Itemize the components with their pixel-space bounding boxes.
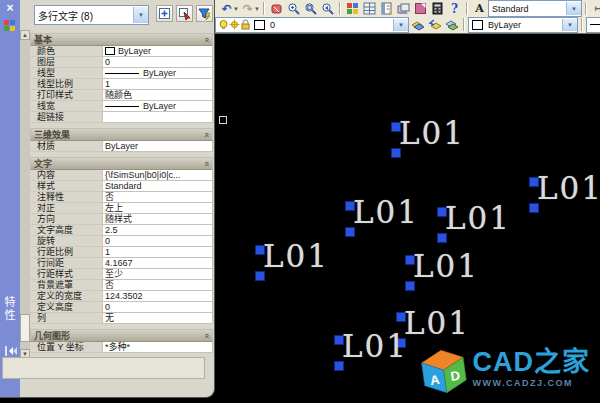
property-label: 行间距 bbox=[30, 258, 102, 269]
property-value[interactable]: 124.3502 bbox=[102, 291, 213, 302]
collapse-chevron-icon[interactable]: « bbox=[202, 161, 210, 166]
property-label: 定义的宽度 bbox=[30, 291, 102, 302]
property-value[interactable]: *多种* bbox=[102, 342, 213, 353]
property-label: 注释性 bbox=[30, 192, 102, 203]
property-value[interactable]: 0 bbox=[102, 236, 213, 247]
selection-type-combo[interactable]: 多行文字 (8) ▼ bbox=[34, 5, 149, 25]
property-value[interactable]: 0 bbox=[102, 57, 213, 68]
layer-freeze-icon[interactable] bbox=[229, 19, 240, 30]
property-value-text: 1 bbox=[105, 79, 110, 89]
close-icon[interactable]: × bbox=[2, 1, 18, 16]
designcenter-icon[interactable] bbox=[361, 1, 378, 16]
property-value[interactable]: 1 bbox=[102, 247, 213, 258]
property-value[interactable]: 否 bbox=[102, 280, 213, 291]
property-value[interactable]: ByLayer bbox=[102, 46, 213, 57]
description-box bbox=[2, 357, 205, 379]
properties-palette-icon[interactable] bbox=[344, 1, 361, 16]
property-row: 颜色ByLayer bbox=[30, 46, 213, 57]
color-swatch bbox=[472, 20, 483, 30]
select-objects-button[interactable] bbox=[176, 5, 193, 22]
property-label: 方向 bbox=[30, 214, 102, 225]
quickcalc-icon[interactable] bbox=[429, 1, 446, 16]
help-icon[interactable]: ? bbox=[446, 1, 463, 16]
property-value[interactable]: 否 bbox=[102, 192, 213, 203]
property-row: 背景遮罩否 bbox=[30, 280, 213, 291]
watermark-logo: A D CAD之家 WWW.CADZJ.COM bbox=[421, 349, 591, 395]
collapse-chevron-icon[interactable]: « bbox=[202, 333, 210, 338]
property-value[interactable]: 4.1667 bbox=[102, 258, 213, 269]
chevron-down-icon[interactable]: ▼ bbox=[393, 19, 408, 31]
property-value[interactable]: 随样式 bbox=[102, 214, 213, 225]
scroll-up-icon[interactable]: ▲ bbox=[20, 30, 30, 40]
toolbar-separator bbox=[463, 18, 465, 31]
property-value[interactable]: ByLayer bbox=[102, 68, 213, 79]
property-value-text: 否 bbox=[105, 280, 114, 290]
toggle-pickadd-button[interactable] bbox=[156, 5, 173, 22]
zoom-realtime-icon[interactable] bbox=[285, 1, 302, 16]
section-header[interactable]: 几何图形« bbox=[30, 329, 213, 342]
palette-properties-icon bbox=[3, 19, 17, 33]
collapse-chevron-icon[interactable]: « bbox=[202, 132, 210, 137]
zoom-window-icon[interactable] bbox=[302, 1, 319, 16]
property-label: 打印样式 bbox=[30, 90, 102, 101]
layer-lock-icon[interactable] bbox=[240, 19, 251, 30]
property-value-text: *多种* bbox=[105, 342, 130, 352]
color-combo[interactable]: ByLayer ▼ bbox=[468, 17, 578, 33]
section-header[interactable]: 文字« bbox=[30, 157, 213, 170]
property-row: 行距样式至少 bbox=[30, 269, 213, 280]
property-value[interactable]: 无 bbox=[102, 313, 213, 324]
property-section: 几何图形«位置 Y 坐标*多种* bbox=[30, 329, 213, 353]
property-label: 行距样式 bbox=[30, 269, 102, 280]
property-label: 线型比例 bbox=[30, 79, 102, 90]
property-value[interactable]: ByLayer bbox=[102, 141, 213, 152]
property-value[interactable]: 2.5 bbox=[102, 225, 213, 236]
property-value[interactable]: {\fSimSun|b0|i0|c... bbox=[102, 170, 213, 181]
linetype-combo[interactable] bbox=[586, 17, 600, 33]
property-value[interactable]: 左上 bbox=[102, 203, 213, 214]
zoom-previous-icon[interactable] bbox=[319, 1, 336, 16]
selection-type-value: 多行文字 (8) bbox=[35, 8, 133, 23]
make-layer-current-icon[interactable] bbox=[409, 17, 426, 32]
property-value[interactable]: 至少 bbox=[102, 269, 213, 280]
sheet-set-manager-icon[interactable] bbox=[395, 1, 412, 16]
property-value-text: 4.1667 bbox=[105, 258, 133, 268]
property-value[interactable]: 0 bbox=[102, 302, 213, 313]
property-value-text: ByLayer bbox=[118, 46, 151, 56]
property-value[interactable]: ByLayer bbox=[102, 101, 213, 112]
toolbar-overflow-icon[interactable]: ↦ bbox=[590, 1, 600, 16]
property-value-text: 0 bbox=[105, 236, 110, 246]
layer-properties-icon[interactable] bbox=[443, 17, 460, 32]
collapse-chevron-icon[interactable]: « bbox=[202, 37, 210, 42]
property-value-text: {\fSimSun|b0|i0|c... bbox=[105, 170, 181, 180]
chevron-down-icon[interactable]: ▼ bbox=[566, 2, 581, 15]
palette-titlebar[interactable]: × 特性 bbox=[0, 0, 20, 397]
property-value-text: 2.5 bbox=[105, 225, 118, 235]
redo-flyout-icon[interactable]: ▼ bbox=[254, 6, 260, 12]
layer-on-icon[interactable] bbox=[218, 19, 229, 30]
property-value[interactable]: 1 bbox=[102, 79, 213, 90]
property-value[interactable]: Standard bbox=[102, 181, 213, 192]
auto-hide-icon[interactable] bbox=[3, 345, 17, 357]
scrollbar-thumb[interactable] bbox=[20, 314, 30, 342]
property-value-text: 左上 bbox=[105, 203, 123, 213]
property-section: 基本«颜色ByLayer图层0线型ByLayer线型比例1打印样式随颜色线宽By… bbox=[30, 33, 213, 123]
layer-previous-icon[interactable] bbox=[426, 17, 443, 32]
property-value[interactable]: 随颜色 bbox=[102, 90, 213, 101]
layer-combo[interactable]: 0 ▼ bbox=[215, 17, 409, 33]
section-title: 几何图形 bbox=[34, 331, 204, 341]
chevron-down-icon[interactable]: ▼ bbox=[133, 7, 148, 23]
property-row: 注释性否 bbox=[30, 192, 213, 203]
chevron-down-icon[interactable]: ▼ bbox=[562, 19, 577, 31]
text-style-combo[interactable]: Standard ▼ bbox=[488, 0, 582, 17]
section-header[interactable]: 三维效果« bbox=[30, 128, 213, 141]
property-value[interactable] bbox=[102, 112, 213, 123]
palette-scrollbar[interactable]: ▲ ▼ bbox=[20, 30, 30, 359]
quick-select-button[interactable] bbox=[196, 5, 213, 22]
property-value-text: 0 bbox=[105, 302, 110, 312]
text-style-icon: A bbox=[471, 1, 488, 16]
tool-palettes-icon[interactable] bbox=[378, 1, 395, 16]
section-header[interactable]: 基本« bbox=[30, 33, 213, 46]
layer-color-swatch bbox=[254, 20, 265, 30]
pan-icon[interactable] bbox=[268, 1, 285, 16]
markup-set-manager-icon[interactable] bbox=[412, 1, 429, 16]
